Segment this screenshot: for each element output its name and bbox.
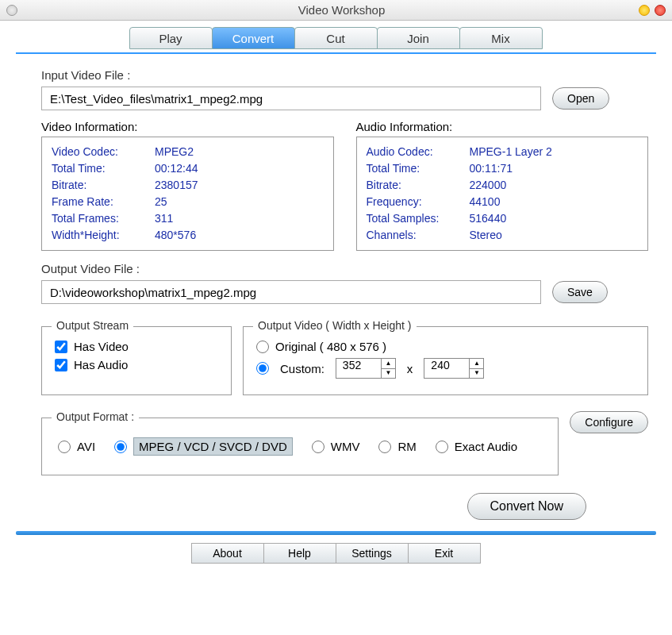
ai-k0: Audio Codec: (367, 144, 470, 160)
video-info-box: Video Codec:MPEG2 Total Time:00:12:44 Bi… (41, 137, 334, 251)
output-stream-title: Output Stream (52, 319, 133, 332)
format-wmv-radio[interactable]: WMV (312, 440, 360, 453)
vi-v4: 311 (155, 210, 173, 227)
input-label: Input Video File : (41, 68, 648, 82)
close-icon[interactable] (6, 5, 17, 16)
size-original-input[interactable] (256, 341, 269, 353)
by-label: x (407, 362, 413, 375)
format-exact-radio[interactable]: Exact Audio (436, 440, 517, 453)
format-mpeg-input[interactable] (114, 441, 127, 453)
height-down-icon[interactable]: ▼ (470, 369, 483, 379)
exit-button[interactable]: Exit (408, 543, 481, 564)
ai-v3: 44100 (470, 194, 501, 210)
format-rm-input[interactable] (378, 441, 391, 453)
height-field[interactable] (424, 359, 469, 371)
tab-play[interactable]: Play (129, 27, 213, 49)
output-label: Output Video File : (41, 262, 648, 275)
height-up-icon[interactable]: ▲ (470, 359, 483, 369)
settings-button[interactable]: Settings (336, 543, 409, 564)
size-custom-input[interactable] (256, 362, 269, 375)
output-video-group: Output Video ( Width x Height ) Original… (243, 326, 648, 395)
output-format-title: Output Format : (52, 410, 139, 423)
format-wmv-input[interactable] (312, 441, 324, 453)
open-button[interactable]: Open (552, 87, 609, 110)
height-stepper[interactable]: ▲▼ (424, 358, 484, 379)
vi-k1: Total Time: (52, 160, 155, 177)
footer-divider (16, 531, 656, 535)
format-mpeg-radio[interactable]: MPEG / VCD / SVCD / DVD (114, 437, 293, 456)
window-title: Video Workshop (17, 3, 666, 17)
audio-info-title: Audio Information: (356, 120, 649, 133)
size-original-label: Original ( 480 x 576 ) (275, 340, 386, 353)
vi-k5: Width*Height: (52, 227, 155, 244)
vi-k2: Bitrate: (52, 177, 155, 194)
size-custom-label: Custom: (280, 362, 324, 375)
format-rm-radio[interactable]: RM (378, 440, 416, 453)
width-up-icon[interactable]: ▲ (382, 359, 395, 369)
tab-bar: Play Convert Cut Join Mix (0, 21, 672, 52)
ai-k1: Total Time: (367, 160, 470, 177)
ai-k2: Bitrate: (367, 177, 470, 194)
convert-now-button[interactable]: Convert Now (467, 493, 586, 520)
footer-buttons: About Help Settings Exit (0, 543, 672, 564)
tab-mix[interactable]: Mix (459, 27, 543, 49)
has-audio-label: Has Audio (74, 358, 128, 371)
vi-k4: Total Frames: (52, 210, 155, 227)
configure-button[interactable]: Configure (570, 411, 648, 433)
tab-convert[interactable]: Convert (212, 27, 295, 49)
vi-v3: 25 (155, 194, 167, 210)
minimize-icon[interactable] (639, 5, 650, 16)
format-wmv-label: WMV (331, 440, 360, 453)
output-format-group: Output Format : AVI MPEG / VCD / SVCD / … (41, 418, 559, 475)
has-video-checkbox[interactable]: Has Video (55, 340, 218, 353)
has-video-input[interactable] (55, 341, 67, 353)
format-avi-label: AVI (77, 440, 95, 453)
output-path-field[interactable] (41, 280, 541, 304)
vi-k3: Frame Rate: (52, 194, 155, 210)
output-stream-group: Output Stream Has Video Has Audio (41, 326, 232, 395)
tab-join[interactable]: Join (377, 27, 460, 49)
size-original-radio[interactable]: Original ( 480 x 576 ) (256, 340, 635, 353)
ai-k5: Channels: (367, 227, 470, 244)
input-path-field[interactable] (41, 87, 541, 110)
has-video-label: Has Video (74, 340, 129, 353)
save-button[interactable]: Save (552, 281, 608, 303)
has-audio-input[interactable] (55, 359, 67, 371)
video-info-title: Video Information: (41, 120, 334, 133)
format-rm-label: RM (397, 440, 416, 453)
ai-v4: 516440 (470, 210, 507, 227)
vi-v1: 00:12:44 (155, 160, 198, 177)
format-mpeg-label: MPEG / VCD / SVCD / DVD (133, 437, 293, 456)
has-audio-checkbox[interactable]: Has Audio (55, 358, 218, 371)
vi-v5: 480*576 (155, 227, 196, 244)
format-exact-input[interactable] (436, 441, 448, 453)
ai-v2: 224000 (470, 177, 507, 194)
ai-v5: Stereo (470, 227, 502, 244)
tab-cut[interactable]: Cut (294, 27, 378, 49)
output-video-title: Output Video ( Width x Height ) (253, 319, 417, 332)
help-button[interactable]: Help (263, 543, 336, 564)
vi-k0: Video Codec: (52, 144, 155, 160)
zoom-icon[interactable] (655, 5, 666, 16)
width-field[interactable] (336, 359, 381, 371)
width-down-icon[interactable]: ▼ (382, 369, 395, 379)
format-avi-radio[interactable]: AVI (58, 440, 95, 453)
ai-v1: 00:11:71 (470, 160, 513, 177)
audio-info-box: Audio Codec:MPEG-1 Layer 2 Total Time:00… (356, 137, 649, 251)
vi-v2: 2380157 (155, 177, 198, 194)
width-stepper[interactable]: ▲▼ (336, 358, 396, 379)
format-avi-input[interactable] (58, 441, 71, 453)
ai-v0: MPEG-1 Layer 2 (470, 144, 552, 160)
ai-k4: Total Samples: (367, 210, 470, 227)
ai-k3: Frequency: (367, 194, 470, 210)
vi-v0: MPEG2 (155, 144, 194, 160)
about-button[interactable]: About (191, 543, 264, 564)
titlebar: Video Workshop (0, 0, 672, 21)
format-exact-label: Exact Audio (455, 440, 517, 453)
